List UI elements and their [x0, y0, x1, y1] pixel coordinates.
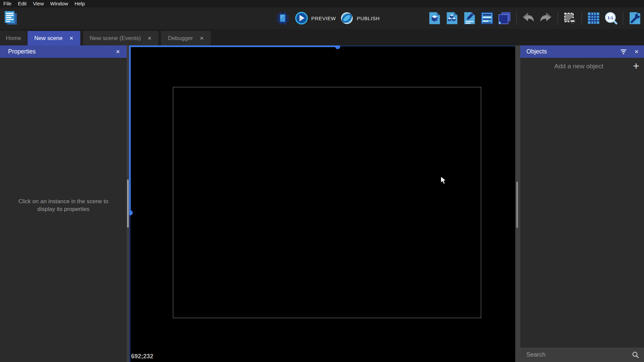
menu-edit[interactable]: Edit: [18, 0, 27, 7]
selection-edge-left-far: [129, 213, 130, 362]
publish-button[interactable]: PUBLISH: [340, 11, 379, 25]
instances-list-icon: [480, 11, 494, 25]
tab-label: New scene (Events): [90, 35, 141, 42]
close-icon[interactable]: ✕: [148, 35, 152, 41]
selection-handle-top[interactable]: [335, 45, 340, 49]
left-panel-divider[interactable]: [127, 45, 129, 362]
properties-panel: Properties ✕ Click on an instance in the…: [0, 45, 127, 362]
filter-icon[interactable]: [620, 49, 627, 55]
object-groups-button[interactable]: [444, 10, 460, 26]
redo-button[interactable]: [538, 10, 554, 26]
menu-help[interactable]: Help: [75, 0, 85, 7]
grid-icon: [587, 11, 601, 25]
object-groups-icon: [445, 11, 459, 25]
menu-bar: File Edit View Window Help: [0, 0, 644, 7]
toolbar-separator: [516, 11, 517, 25]
objects-panel: Objects ✕ Add a new object +: [520, 45, 644, 362]
right-panel-divider[interactable]: [515, 45, 520, 362]
mouse-cursor-icon: [440, 176, 447, 184]
svg-text:1:1: 1:1: [608, 16, 613, 20]
preview-label: PREVIEW: [311, 15, 336, 21]
publish-label: PUBLISH: [357, 15, 379, 21]
close-icon[interactable]: ✕: [200, 35, 204, 41]
debug-button[interactable]: [275, 10, 290, 26]
selection-edge-top: [129, 45, 338, 47]
search-icon[interactable]: [632, 351, 639, 359]
undo-arrow-icon: [521, 11, 535, 25]
undo-button[interactable]: [521, 10, 536, 26]
close-icon[interactable]: ✕: [634, 49, 639, 55]
close-icon[interactable]: ✕: [116, 49, 120, 55]
scene-editor-content: Properties ✕ Click on an instance in the…: [0, 45, 644, 362]
layers-icon: [497, 11, 512, 25]
add-object-label: Add a new object: [554, 63, 610, 70]
tab-new-scene-events[interactable]: New scene (Events) ✕: [83, 31, 159, 45]
edit-scene-properties-button[interactable]: [462, 10, 477, 26]
gdevelop-window: File Edit View Window Help: [0, 0, 644, 362]
zoom-original-button[interactable]: 1:1: [603, 10, 619, 26]
tab-label: New scene: [34, 35, 63, 42]
tab-new-scene[interactable]: New scene ✕: [28, 31, 80, 45]
selection-edge-left: [129, 45, 131, 213]
add-object-row[interactable]: Add a new object +: [520, 58, 644, 75]
close-icon[interactable]: ✕: [69, 35, 74, 41]
toolbar-separator: [558, 11, 558, 25]
main-toolbar: PREVIEW PUBLISH: [0, 7, 644, 29]
game-window-bounds: [173, 87, 481, 318]
layers-button[interactable]: [497, 10, 512, 26]
tab-label: Debugger: [168, 35, 193, 42]
cursor-coordinates: 692;232: [131, 353, 153, 360]
mask-icon: [563, 11, 577, 25]
objects-panel-title: Objects: [526, 48, 547, 55]
canvas-right-scrollbar[interactable]: [516, 182, 518, 228]
toolbar-separator: [581, 11, 582, 25]
objects-editor-icon: [428, 11, 442, 25]
menu-view[interactable]: View: [33, 0, 44, 7]
publish-globe-icon: [340, 11, 354, 25]
objects-editor-button[interactable]: [427, 10, 442, 26]
selection-handle-left[interactable]: [129, 210, 133, 215]
project-manager-icon: [3, 10, 18, 26]
preview-button[interactable]: PREVIEW: [295, 11, 336, 25]
zoom-1-1-icon: 1:1: [604, 11, 618, 25]
tab-debugger[interactable]: Debugger ✕: [161, 31, 210, 45]
toolbar-separator: [623, 11, 623, 25]
edit-pencil-icon: [462, 11, 477, 25]
redo-arrow-icon: [539, 11, 553, 25]
tab-label: Home: [6, 35, 21, 42]
toggle-grid-button[interactable]: [586, 10, 601, 26]
toggle-mask-button[interactable]: [562, 10, 577, 26]
objects-search-input[interactable]: [526, 351, 632, 358]
wrench-icon: [628, 11, 642, 25]
scene-canvas[interactable]: 692;232: [129, 45, 515, 362]
properties-empty-message: Click on an instance in the scene to dis…: [0, 197, 127, 213]
play-icon: [295, 11, 308, 25]
editor-tab-bar: Home New scene ✕ New scene (Events) ✕ De…: [0, 29, 644, 45]
canvas-left-scrollbar[interactable]: [127, 180, 129, 227]
objects-search-bar: [520, 348, 644, 362]
properties-panel-header: Properties ✕: [0, 45, 127, 58]
menu-file[interactable]: File: [3, 0, 11, 7]
menu-window[interactable]: Window: [50, 0, 68, 7]
plus-icon[interactable]: +: [633, 59, 639, 73]
bug-icon: [276, 11, 290, 25]
properties-panel-title: Properties: [8, 48, 36, 55]
extensions-button[interactable]: [627, 10, 643, 26]
instances-list-button[interactable]: [479, 10, 495, 26]
objects-panel-header: Objects ✕: [520, 45, 644, 58]
project-manager-button[interactable]: [3, 10, 18, 26]
tab-home[interactable]: Home: [0, 31, 27, 45]
